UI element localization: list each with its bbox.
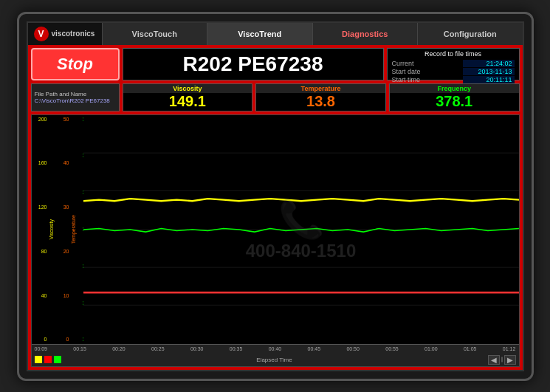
stop-label: Stop (57, 55, 93, 74)
timeline-tick-3: 00:25 (151, 346, 165, 351)
timeline-ticks: 00:09 00:15 00:20 00:25 00:30 00:35 00:4… (35, 346, 516, 354)
filepath-label: File Path and Name (35, 91, 116, 97)
tab-configuration[interactable]: Configuration (417, 23, 523, 45)
timeline-tick-2: 00:20 (112, 346, 126, 351)
device-frame: V viscotronics ViscoTouch ViscoTrend Dia… (17, 12, 534, 381)
data-row: File Path and Name C:\ViscoTron\R202 PE6… (31, 83, 520, 111)
header-row: Stop R202 PE67238 Record to file times C… (31, 48, 520, 80)
viscosity-value: 149.1 (123, 93, 252, 111)
temperature-panel: Temperature 13.8 (255, 83, 386, 111)
logo-area: V viscotronics (28, 23, 102, 45)
record-title: Record to file times (392, 50, 515, 58)
timeline-tick-6: 00:40 (269, 346, 282, 351)
top-bar: V viscotronics ViscoTouch ViscoTrend Dia… (28, 23, 523, 45)
tab-diagnostics[interactable]: Diagnostics (312, 23, 418, 45)
chart-container: 200 160 120 80 40 0 Viscosity (31, 114, 520, 367)
frequency-value: 378.1 (390, 93, 519, 111)
timeline-tick-4: 00:30 (190, 346, 204, 351)
legend-viscosity-box (35, 356, 42, 363)
filepath-value: C:\ViscoTron\R202 PE67238 (35, 97, 116, 104)
record-label-current: Current (392, 60, 429, 67)
main-content: Stop R202 PE67238 Record to file times C… (28, 45, 523, 370)
scrollbar-track[interactable] (501, 357, 503, 362)
scroll-right[interactable]: ▶ (504, 355, 516, 365)
timeline-tick-12: 01:12 (503, 346, 516, 351)
logo-icon: V (34, 27, 49, 41)
filepath-panel: File Path and Name C:\ViscoTron\R202 PE6… (31, 83, 120, 111)
frequency-panel: Frequency 378.1 (389, 83, 520, 111)
timeline-tick-9: 00:55 (385, 346, 399, 351)
record-row-current: Current 21:24:02 (392, 60, 515, 67)
timeline-tick-1: 00:15 (73, 346, 86, 351)
y-axis-temperature-title: Temperature (71, 215, 76, 244)
temperature-header: Temperature (256, 84, 385, 93)
nav-tabs: ViscoTouch ViscoTrend Diagnostics Config… (102, 23, 523, 45)
legend-frequency-box (54, 356, 61, 363)
screen: V viscotronics ViscoTouch ViscoTrend Dia… (27, 21, 524, 371)
legend-temperature-box (44, 356, 52, 363)
timeline-tick-10: 01:00 (424, 346, 438, 351)
timeline-bar: 00:09 00:15 00:20 00:25 00:30 00:35 00:4… (32, 344, 519, 366)
record-label-starttime: Start time (392, 76, 429, 83)
device-name-panel: R202 PE67238 (123, 48, 384, 80)
timeline-tick-5: 00:35 (230, 346, 243, 351)
record-row-startdate: Start date 2013-11-13 (392, 68, 515, 75)
timeline-tick-8: 00:50 (346, 346, 360, 351)
chart-area: 200 160 120 80 40 0 Viscosity (32, 115, 519, 344)
frequency-header: Frequency (390, 84, 519, 93)
timeline-tick-0: 00:09 (35, 346, 48, 351)
y-axis-viscosity: 200 160 120 80 40 0 (32, 115, 49, 344)
viscosity-panel: Viscosity 149.1 (123, 83, 253, 111)
y-axes: 200 160 120 80 40 0 Viscosity (32, 115, 83, 344)
tab-viscoTrend[interactable]: ViscoTrend (207, 23, 312, 45)
chart-svg (83, 115, 519, 344)
scroll-left[interactable]: ◀ (488, 355, 500, 365)
record-row-starttime: Start time 20:11:11 (392, 76, 515, 83)
elapsed-time-label: Elapsed Time (64, 357, 485, 363)
y-axis-temperature: 50 40 30 20 10 0 (54, 115, 71, 344)
color-legend (35, 356, 61, 363)
record-value-current: 21:24:02 (463, 60, 515, 67)
timeline-bottom: Elapsed Time ◀ ▶ (35, 355, 516, 365)
record-panel: Record to file times Current 21:24:02 St… (387, 48, 520, 80)
chart-plot: 📞 400-840-1510 (83, 115, 519, 344)
scrollbar-controls: ◀ ▶ (488, 355, 516, 365)
record-value-starttime: 20:11:11 (463, 76, 515, 83)
tab-viscoTouch[interactable]: ViscoTouch (102, 23, 207, 45)
record-label-startdate: Start date (392, 68, 429, 75)
timeline-tick-7: 00:45 (308, 346, 321, 351)
stop-button[interactable]: Stop (31, 48, 120, 80)
temperature-value: 13.8 (256, 93, 385, 111)
device-name-text: R202 PE67238 (183, 52, 323, 76)
y-axis-viscosity-title: Viscosity (49, 219, 54, 240)
viscosity-header: Viscosity (123, 84, 252, 93)
logo-text: viscotronics (52, 30, 95, 38)
record-value-startdate: 2013-11-13 (463, 68, 515, 75)
timeline-tick-11: 01:05 (464, 346, 477, 351)
